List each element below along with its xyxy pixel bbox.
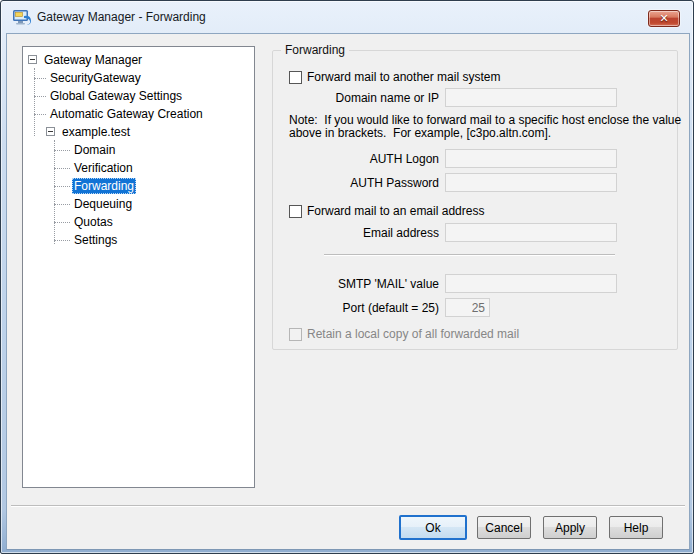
email-address-label: Email address — [279, 226, 439, 240]
tree-item-label[interactable]: Quotas — [72, 214, 115, 230]
retain-copy-checkbox — [289, 328, 302, 341]
tree-connector-stub — [34, 78, 46, 79]
tree-item-label[interactable]: Automatic Gateway Creation — [48, 106, 205, 122]
group-separator — [324, 254, 615, 256]
domain-name-label: Domain name or IP — [279, 91, 439, 105]
tree-connector-stub — [54, 150, 70, 151]
tree-connector-stub — [54, 240, 70, 241]
tree-item-domain[interactable]: Domain — [23, 141, 254, 159]
tree-collapse-icon[interactable] — [46, 127, 55, 136]
tree-item-label[interactable]: Verification — [72, 160, 135, 176]
tree-item-label[interactable]: Gateway Manager — [42, 52, 144, 68]
auth-logon-input[interactable] — [445, 149, 617, 168]
minus-glyph — [30, 59, 35, 60]
tree-connector-stub — [54, 168, 70, 169]
tree-collapse-icon[interactable] — [28, 55, 37, 64]
gateway-manager-icon — [13, 9, 32, 26]
window-title: Gateway Manager - Forwarding — [37, 10, 206, 24]
forward-email-checkbox-label[interactable]: Forward mail to an email address — [307, 204, 484, 218]
forward-email-checkbox[interactable] — [289, 205, 302, 218]
forward-system-checkbox-label[interactable]: Forward mail to another mail system — [307, 70, 500, 84]
auth-password-input[interactable] — [445, 173, 617, 192]
tree-item-label[interactable]: Global Gateway Settings — [48, 88, 184, 104]
gateway-manager-dialog: Gateway Manager - Forwarding ✕ Gateway M… — [0, 0, 694, 554]
retain-copy-checkbox-label: Retain a local copy of all forwarded mai… — [307, 327, 519, 341]
tree-item-quotas[interactable]: Quotas — [23, 213, 254, 231]
tree-item-securitygateway[interactable]: SecurityGateway — [23, 69, 254, 87]
smtp-mail-value-label: SMTP 'MAIL' value — [279, 277, 439, 291]
tree-item-label[interactable]: Forwarding — [72, 178, 136, 194]
cancel-button[interactable]: Cancel — [477, 516, 531, 539]
tree-item-gateway-manager[interactable]: Gateway Manager — [23, 51, 254, 69]
minus-glyph — [48, 131, 53, 132]
tree-item-forwarding[interactable]: Forwarding — [23, 177, 254, 195]
tree-item-label[interactable]: example.test — [60, 124, 132, 140]
tree-item-label[interactable]: SecurityGateway — [48, 70, 143, 86]
close-button[interactable]: ✕ — [648, 10, 680, 27]
auth-logon-label: AUTH Logon — [279, 152, 439, 166]
tree-item-label[interactable]: Domain — [72, 142, 117, 158]
port-label: Port (default = 25) — [279, 301, 439, 315]
tree-item-global-gateway-settings[interactable]: Global Gateway Settings — [23, 87, 254, 105]
tree-item-verification[interactable]: Verification — [23, 159, 254, 177]
tree-view[interactable]: Gateway ManagerSecurityGatewayGlobal Gat… — [22, 46, 255, 488]
help-button[interactable]: Help — [609, 516, 663, 539]
tree-item-dequeuing[interactable]: Dequeuing — [23, 195, 254, 213]
button-row-separator — [11, 505, 685, 507]
tree-connector-stub — [34, 96, 46, 97]
port-input[interactable] — [445, 298, 490, 317]
forward-note-line2: above in brackets. For example, [c3po.al… — [289, 127, 551, 140]
dialog-client-area: Gateway ManagerSecurityGatewayGlobal Gat… — [6, 33, 690, 550]
tree-connector-stub — [54, 204, 70, 205]
group-title: Forwarding — [281, 43, 349, 57]
domain-name-input[interactable] — [445, 88, 617, 107]
tree-item-label[interactable]: Dequeuing — [72, 196, 134, 212]
apply-button[interactable]: Apply — [543, 516, 597, 539]
title-bar[interactable]: Gateway Manager - Forwarding ✕ — [1, 1, 693, 33]
tree-item-settings[interactable]: Settings — [23, 231, 254, 249]
close-icon: ✕ — [659, 12, 668, 24]
smtp-mail-value-input[interactable] — [445, 274, 617, 293]
auth-password-label: AUTH Password — [279, 176, 439, 190]
tree-item-example-test[interactable]: example.test — [23, 123, 254, 141]
tree-connector-stub — [54, 222, 70, 223]
email-address-input[interactable] — [445, 223, 617, 242]
tree-connector-stub — [54, 186, 70, 187]
tree-rows: Gateway ManagerSecurityGatewayGlobal Gat… — [23, 51, 254, 249]
forward-system-checkbox[interactable] — [289, 71, 302, 84]
tree-connector-stub — [34, 114, 46, 115]
tree-item-label[interactable]: Settings — [72, 232, 119, 248]
ok-button[interactable]: Ok — [399, 515, 467, 540]
tree-item-automatic-gateway-creation[interactable]: Automatic Gateway Creation — [23, 105, 254, 123]
